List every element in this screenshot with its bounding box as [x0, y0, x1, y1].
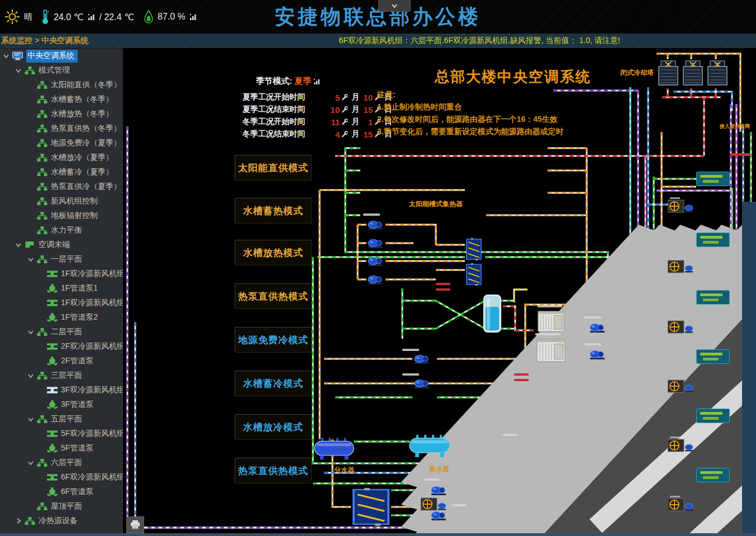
season-row-label: 冬季工况结束时间	[243, 129, 327, 139]
chevron-down-icon[interactable]	[2, 53, 10, 59]
nav-bar: 系统监控 > 中央空调系统 6F双冷源新风机组：六层平面.6F双冷源新风机组.缺…	[0, 34, 756, 49]
tree-item-label: 水槽放冷（夏季）	[51, 153, 113, 163]
month-value[interactable]: 4	[327, 130, 340, 139]
sidebar-item-25[interactable]: 五层平面	[0, 412, 123, 426]
solar-collector-label: 太阳能槽式集热器	[408, 200, 463, 208]
season-row-label: 夏季工况结束时间	[243, 105, 327, 115]
day-value[interactable]: 15	[360, 105, 373, 115]
sidebar-item-23[interactable]: 3F双冷源新风机组	[0, 383, 123, 397]
sidebar-item-3[interactable]: 水槽蓄热（冬季）	[0, 92, 123, 107]
org-icon	[36, 415, 48, 424]
sidebar-item-19[interactable]: 二层平面	[0, 325, 123, 339]
note-line-0: 1.禁止制冷制热时间重合	[377, 101, 564, 113]
sidebar-item-15[interactable]: 1F双冷源新风机组1	[0, 267, 123, 281]
sidebar-item-28[interactable]: 六层平面	[0, 456, 123, 470]
mode-button-2[interactable]: 水槽放热模式	[235, 240, 312, 265]
breadcrumb[interactable]: 系统监控 > 中央空调系统	[1, 36, 88, 46]
sidebar-item-20[interactable]: 2F双冷源新风机组	[0, 339, 123, 354]
sidebar-item-13[interactable]: 空调末端	[0, 238, 123, 252]
wrench-icon[interactable]	[341, 106, 348, 113]
print-button[interactable]	[126, 516, 144, 533]
sidebar-item-31[interactable]: 屋顶平面	[0, 499, 123, 514]
pump-icon	[46, 284, 58, 293]
tree-item-label: 热泵直供热（冬季）	[51, 124, 121, 134]
sidebar-item-5[interactable]: 热泵直供热（冬季）	[0, 121, 123, 136]
sidebar-item-22[interactable]: 三层平面	[0, 368, 123, 383]
tree-item-label: 3F管道泵	[61, 400, 93, 410]
chevron-down-icon[interactable]	[27, 372, 35, 379]
tree-item-label: 1F管道泵2	[61, 312, 98, 322]
sidebar-item-27[interactable]: 5F管道泵	[0, 441, 123, 456]
collapse-header-button[interactable]	[378, 0, 411, 12]
wrench-icon[interactable]	[341, 118, 348, 126]
sidebar-item-30[interactable]: 6F管道泵	[0, 485, 123, 499]
sidebar-item-9[interactable]: 热泵直供冷（夏季）	[0, 179, 123, 194]
sidebar-item-4[interactable]: 水槽放热（冬季）	[0, 107, 123, 121]
month-value[interactable]: 10	[327, 105, 340, 115]
sidebar-item-10[interactable]: 新风机组控制	[0, 194, 123, 208]
mode-button-1[interactable]: 水槽蓄热模式	[235, 198, 312, 224]
sidebar-item-1[interactable]: 模式管理	[0, 63, 123, 78]
notes-title: 注意:	[377, 88, 564, 101]
sidebar-item-16[interactable]: 1F管道泵1	[0, 281, 123, 296]
season-row-label: 夏季工况开始时间	[243, 92, 327, 102]
mode-button-6[interactable]: 水槽放冷模式	[235, 414, 312, 440]
tree-item-label: 空调末端	[39, 240, 70, 250]
tree-item-label: 冷热源设备	[39, 516, 78, 526]
org-icon	[36, 182, 48, 191]
mode-button-3[interactable]: 热泵直供热模式	[235, 283, 312, 309]
season-row-2: 冬季工况开始时间11月1日	[243, 116, 393, 127]
chevron-down-icon[interactable]	[27, 416, 35, 423]
chevron-down-icon[interactable]	[27, 329, 35, 335]
org-icon	[36, 502, 48, 511]
ahu-icon	[46, 473, 58, 482]
sidebar-item-17[interactable]: 1F双冷源新风机组2	[0, 296, 123, 310]
ahu-icon	[46, 429, 58, 438]
chevron-down-icon[interactable]	[27, 459, 35, 466]
wrench-icon[interactable]	[341, 131, 348, 138]
sidebar-item-7[interactable]: 水槽放冷（夏季）	[0, 150, 123, 165]
sidebar-item-0[interactable]: 中央空调系统	[0, 49, 123, 63]
sidebar-item-14[interactable]: 一层平面	[0, 252, 123, 267]
tree-item-label: 5F双冷源新风机组	[61, 429, 123, 439]
day-value[interactable]: 10	[360, 93, 373, 102]
chevron-down-icon[interactable]	[15, 67, 22, 74]
sidebar-item-18[interactable]: 1F管道泵2	[0, 310, 123, 325]
season-row-0: 夏季工况开始时间5月10日	[243, 92, 393, 103]
sidebar-item-29[interactable]: 6F双冷源新风机组	[0, 470, 123, 485]
cooling-tower-label: 闭式冷却塔	[620, 69, 654, 77]
mode-button-0[interactable]: 太阳能直供模式	[235, 155, 312, 181]
tree-item-label: 水槽放热（冬季）	[51, 109, 113, 119]
org-icon	[36, 153, 48, 162]
sidebar-item-6[interactable]: 地源免费冷（夏季）	[0, 136, 123, 150]
sidebar-item-26[interactable]: 5F双冷源新风机组	[0, 426, 123, 441]
sidebar-item-8[interactable]: 水槽蓄冷（夏季）	[0, 165, 123, 179]
flag-icon	[24, 240, 36, 249]
bottom-strip	[0, 533, 756, 536]
sidebar-item-21[interactable]: 2F管道泵	[0, 354, 123, 368]
diagram-title: 总部大楼中央空调系统	[432, 67, 594, 87]
pump-icon	[46, 313, 58, 322]
mode-button-4[interactable]: 地源免费冷模式	[235, 327, 312, 353]
chevron-down-icon[interactable]	[27, 256, 35, 263]
mode-button-5[interactable]: 水槽蓄冷模式	[235, 371, 312, 396]
tree-item-label: 1F双冷源新风机组2	[61, 298, 123, 308]
sidebar-item-24[interactable]: 3F管道泵	[0, 397, 123, 412]
alarm-message: 6F双冷源新风机组：六层平面.6F双冷源新风机组.缺风报警, 当前值： 1.0,…	[339, 36, 620, 46]
month-value[interactable]: 11	[327, 117, 340, 127]
mode-button-7[interactable]: 热泵直供热模式	[235, 458, 312, 483]
sidebar-tree: 中央空调系统模式管理太阳能直供（冬季）水槽蓄热（冬季）水槽放热（冬季）热泵直供热…	[0, 49, 123, 533]
day-value[interactable]: 1	[360, 117, 373, 127]
tree-item-label: 模式管理	[39, 65, 70, 75]
sidebar-item-12[interactable]: 水力平衡	[0, 223, 123, 238]
sidebar-item-11[interactable]: 地板辐射控制	[0, 208, 123, 223]
day-value[interactable]: 15	[360, 130, 373, 139]
month-value[interactable]: 5	[327, 93, 340, 102]
ahu-icon	[46, 342, 58, 351]
pump-icon	[46, 357, 58, 366]
wrench-icon[interactable]	[341, 94, 348, 101]
sidebar-item-2[interactable]: 太阳能直供（冬季）	[0, 78, 123, 92]
chevron-right-icon[interactable]	[15, 518, 22, 524]
sidebar-item-32[interactable]: 冷热源设备	[0, 514, 123, 528]
chevron-down-icon[interactable]	[15, 241, 22, 248]
